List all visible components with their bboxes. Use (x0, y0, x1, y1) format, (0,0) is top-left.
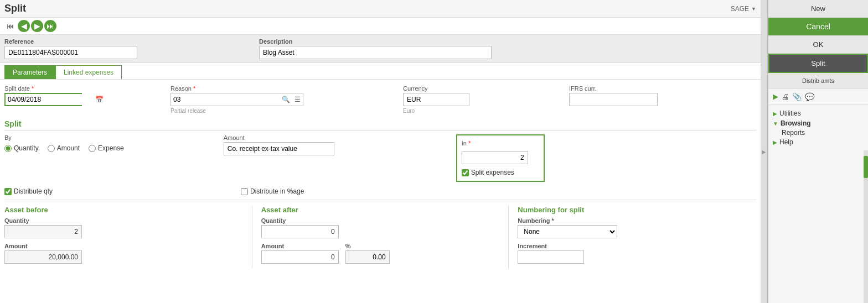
distribute-qty-checkbox[interactable] (4, 188, 12, 195)
in-input[interactable] (462, 151, 528, 164)
reason-detail-icon[interactable]: ☰ (292, 96, 303, 103)
asset-before-quantity-field: Quantity (4, 217, 243, 238)
reference-group: Reference (4, 38, 137, 59)
in-group: In * Split expenses (456, 134, 545, 182)
split-button[interactable]: Split (768, 54, 868, 73)
reason-label: Reason * (170, 85, 303, 92)
divider-arrow: ▶ (762, 149, 766, 155)
asset-after-title: Asset after (261, 206, 500, 214)
tab-parameters[interactable]: Parameters (4, 65, 55, 79)
reference-input[interactable] (4, 46, 137, 59)
sidebar-icons: ▶ 🖨 📎 💬 (768, 89, 868, 105)
nav-prev-icon[interactable]: ◀ (18, 20, 30, 32)
header-bar: Split SAGE (0, 0, 761, 18)
distrib-button[interactable]: Distrib amts (768, 73, 868, 89)
asset-after-quantity-input[interactable] (261, 225, 339, 238)
sidebar-browsing[interactable]: ▼ Browsing (773, 118, 864, 128)
reason-input[interactable] (171, 94, 280, 105)
tab-linked-expenses[interactable]: Linked expenses (55, 65, 122, 79)
split-section-title: Split (4, 119, 756, 131)
increment-label: Increment (518, 243, 756, 249)
sidebar-submenu: Reports (773, 128, 864, 137)
asset-before-title: Asset before (4, 206, 243, 214)
split-expenses-checkbox[interactable] (462, 169, 469, 176)
reason-input-wrap: 🔍 ☰ (170, 93, 303, 106)
right-sidebar: New Cancel OK Split Distrib amts ▶ 🖨 📎 💬… (767, 0, 868, 303)
page-title: Split (4, 3, 26, 14)
asset-after-pct-input[interactable] (345, 250, 390, 264)
asset-before-quantity-label: Quantity (4, 217, 243, 224)
vertical-divider[interactable]: ▶ (761, 0, 767, 303)
reason-group: Reason * 🔍 ☰ Partial release (170, 85, 303, 114)
calendar-icon[interactable]: 📅 (93, 96, 106, 103)
asset-after-amount-label: Amount (261, 243, 339, 249)
browsing-label: Browsing (781, 119, 811, 127)
sidebar-menu: ▶ Utilities ▼ Browsing Reports ▶ Help (768, 105, 868, 150)
form-area: Split date * 📅 Reason * 🔍 ☰ Partial rele… (0, 80, 761, 303)
asset-after-amount-input[interactable] (261, 250, 339, 264)
increment-input[interactable] (518, 250, 584, 264)
sidebar-top: New Cancel OK Split Distrib amts (768, 0, 868, 89)
nav-bar: ⏮ ◀ ▶ ⏭ (0, 18, 761, 35)
distribute-pct-checkbox[interactable] (241, 188, 248, 195)
distribute-pct-row: Distribute in %age (241, 187, 304, 195)
nav-first-icon[interactable]: ⏮ (4, 20, 17, 32)
print-icon[interactable]: 🖨 (781, 92, 789, 101)
radio-amount[interactable]: Amount (48, 144, 80, 152)
sidebar-help[interactable]: ▶ Help (773, 137, 864, 147)
sage-label[interactable]: SAGE (731, 5, 756, 13)
currency-input[interactable] (403, 93, 469, 106)
asset-after-col: Asset after Quantity Amount % (252, 206, 509, 268)
attach-icon[interactable]: 📎 (792, 92, 802, 101)
utilities-label: Utilities (779, 109, 801, 117)
sidebar-reports[interactable]: Reports (782, 128, 864, 137)
split-date-input[interactable] (6, 94, 93, 105)
reference-label: Reference (4, 38, 137, 45)
split-params-row: Split date * 📅 Reason * 🔍 ☰ Partial rele… (4, 85, 756, 114)
asset-after-pct-label: % (345, 243, 390, 249)
nav-last-icon[interactable]: ⏭ (44, 20, 56, 32)
ifrs-group: IFRS curr. (569, 85, 658, 106)
asset-before-amount-field: Amount (4, 243, 243, 264)
utilities-arrow-icon: ▶ (773, 111, 777, 117)
cancel-button[interactable]: Cancel (768, 18, 868, 36)
split-expenses-label: Split expenses (471, 169, 514, 176)
numbering-select[interactable]: None (518, 225, 617, 238)
sidebar-scroll-thumb[interactable] (864, 156, 868, 178)
description-group: Description (259, 38, 492, 59)
radio-quantity[interactable]: Quantity (4, 144, 39, 152)
numbering-field: Numbering * None (518, 217, 756, 238)
radio-expense[interactable]: Expense (89, 144, 124, 152)
ifrs-input[interactable] (569, 93, 658, 106)
increment-field: Increment (518, 243, 756, 264)
distribute-pct-label: Distribute in %age (250, 187, 304, 195)
new-button[interactable]: New (768, 0, 868, 18)
distribute-row: Distribute qty Distribute in %age (4, 187, 756, 195)
asset-after-quantity-field: Quantity (261, 217, 500, 238)
tabs-bar: Parameters Linked expenses (0, 65, 761, 80)
sidebar-scroll (768, 150, 868, 303)
reason-search-icon[interactable]: 🔍 (280, 96, 292, 103)
currency-label: Currency (403, 85, 469, 92)
split-date-label: Split date * (4, 85, 82, 92)
asset-before-amount-input (4, 250, 82, 264)
sidebar-utilities[interactable]: ▶ Utilities (773, 108, 864, 118)
numbering-title: Numbering for split (518, 206, 756, 214)
currency-note: Euro (403, 108, 469, 114)
description-input[interactable] (259, 46, 492, 59)
nav-next-icon[interactable]: ▶ (31, 20, 43, 32)
by-label: By (4, 134, 124, 141)
sidebar-scrollbar[interactable] (864, 150, 868, 303)
currency-group: Currency Euro (403, 85, 469, 114)
split-by-row: By Quantity Amount Expense Amount (4, 134, 756, 182)
numbering-label: Numbering * (518, 217, 756, 224)
amount-input[interactable] (224, 142, 334, 155)
help-label: Help (779, 138, 793, 146)
split-expenses-row: Split expenses (462, 169, 539, 176)
asset-sections: Asset before Quantity Amount Asset after… (4, 200, 756, 268)
sidebar-expand-arrow[interactable]: ▶ (773, 93, 778, 101)
ok-button[interactable]: OK (768, 36, 868, 54)
message-icon[interactable]: 💬 (805, 92, 814, 101)
asset-before-quantity-input (4, 225, 82, 238)
in-label: In * (462, 140, 539, 147)
